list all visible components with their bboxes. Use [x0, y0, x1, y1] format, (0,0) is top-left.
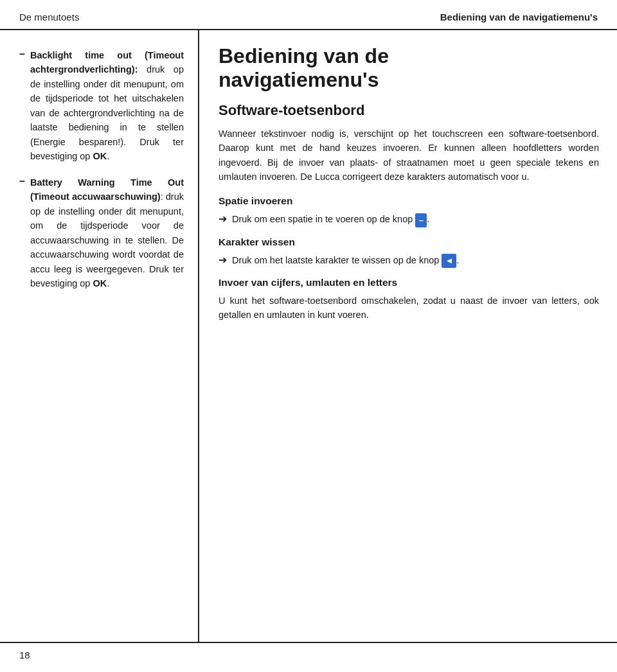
page-footer: 18 [0, 642, 617, 672]
arrow-item-karakter: ➔ Druk om het laatste karakter te wissen… [219, 253, 599, 268]
page-header: De menutoets Bediening van de navigatiem… [0, 0, 617, 30]
left-item-backlight-text: Backlight time out (Timeout achtergrondv… [30, 48, 184, 164]
dash-icon-2: – [19, 175, 25, 187]
key-spatie: – [415, 213, 427, 227]
section-heading-invoer: Invoer van cijfers, umlauten en letters [219, 277, 599, 288]
main-content: – Backlight time out (Timeout achtergron… [0, 30, 617, 642]
left-item-battery-warning-text: Battery Warning Time Out (Timeout accuwa… [30, 175, 184, 291]
right-main-title: Bediening van denavigatiemenu's [219, 44, 599, 92]
right-text-invoer: U kunt het software-toetsenbord omschake… [219, 294, 599, 323]
arrow-text-spatie: Druk om een spatie in te voeren op de kn… [232, 212, 429, 227]
page-number: 18 [19, 650, 30, 660]
left-item-battery-warning: – Battery Warning Time Out (Timeout accu… [19, 175, 184, 291]
left-item-backlight: – Backlight time out (Timeout achtergron… [19, 48, 184, 164]
left-column: – Backlight time out (Timeout achtergron… [0, 30, 199, 642]
right-subtitle-software: Software-toetsenbord [219, 102, 599, 119]
dash-icon-1: – [19, 48, 25, 60]
section-heading-karakter: Karakter wissen [219, 236, 599, 248]
header-right-title: Bediening van de navigatiemenu's [440, 12, 598, 22]
page-container: De menutoets Bediening van de navigatiem… [0, 0, 617, 672]
arrow-text-karakter: Druk om het laatste karakter te wissen o… [232, 253, 459, 268]
header-left-title: De menutoets [19, 12, 79, 22]
section-heading-spatie: Spatie invoeren [219, 195, 599, 207]
key-karakter: ◄ [442, 254, 456, 268]
arrow-icon-karakter: ➔ [219, 254, 227, 266]
arrow-icon-spatie: ➔ [219, 213, 227, 225]
right-column: Bediening van denavigatiemenu's Software… [199, 30, 617, 642]
right-intro-text: Wanneer tekstinvoer nodig is, verschijnt… [219, 127, 599, 184]
arrow-item-spatie: ➔ Druk om een spatie in te voeren op de … [219, 212, 599, 227]
